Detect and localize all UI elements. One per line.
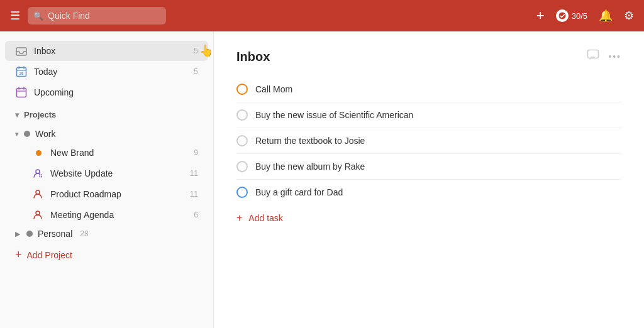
sidebar-item-inbox[interactable]: Inbox 5 👆 — [5, 41, 208, 61]
comment-icon[interactable] — [587, 49, 599, 64]
task-text: Return the textbook to Josie — [255, 136, 365, 146]
meeting-agenda-label: Meeting Agenda — [50, 210, 187, 220]
inbox-label: Inbox — [34, 46, 187, 56]
task-circle-priority[interactable] — [236, 187, 248, 198]
add-task-icon: + — [236, 212, 242, 224]
add-task-label: Add task — [248, 213, 282, 223]
karma-badge[interactable]: 30/5 — [556, 9, 587, 22]
work-chevron-icon: ▾ — [15, 130, 19, 138]
task-circle[interactable] — [236, 109, 248, 121]
topbar-left: ☰ 🔍 — [10, 7, 166, 25]
personal-label: Personal — [38, 229, 72, 239]
website-update-count: 11 — [190, 169, 198, 178]
sidebar-item-today[interactable]: 28 Today 5 — [5, 62, 208, 82]
sidebar-item-meeting-agenda[interactable]: Meeting Agenda 6 — [5, 205, 208, 225]
notification-icon[interactable]: 🔔 — [599, 9, 613, 23]
new-brand-count: 9 — [194, 148, 198, 157]
upcoming-icon — [15, 86, 28, 99]
website-update-label: Website Update — [50, 168, 184, 178]
projects-header[interactable]: ▾ Projects — [5, 105, 208, 124]
task-item[interactable]: Buy the new album by Rake — [236, 154, 621, 180]
meeting-agenda-count: 6 — [194, 210, 198, 219]
content-area: Inbox ••• Call Mom Buy the new — [214, 31, 644, 328]
add-task-button[interactable]: + Add task — [236, 206, 621, 230]
settings-icon[interactable]: ⚙ — [624, 9, 634, 23]
sidebar-item-new-brand[interactable]: New Brand 9 — [5, 143, 208, 163]
meeting-agenda-icon — [31, 209, 44, 221]
work-dot-icon — [24, 131, 30, 137]
personal-count: 28 — [80, 229, 88, 238]
product-roadmap-label: Product Roadmap — [50, 189, 184, 199]
svg-text:28: 28 — [19, 72, 24, 75]
add-project-button[interactable]: + Add Project — [5, 244, 208, 265]
task-item[interactable]: Return the textbook to Josie — [236, 128, 621, 154]
task-item[interactable]: Buy the new issue of Scientific American — [236, 102, 621, 128]
task-text: Call Mom — [255, 84, 292, 94]
task-text: Buy a gift card for Dad — [255, 187, 343, 197]
hamburger-icon[interactable]: ☰ — [10, 9, 20, 23]
inbox-count: 5 — [194, 46, 198, 55]
karma-label: 30/5 — [572, 11, 587, 21]
task-circle[interactable] — [236, 135, 248, 146]
today-label: Today — [34, 67, 187, 77]
sidebar: Inbox 5 👆 28 Today 5 — [0, 31, 214, 328]
cursor-hand: 👆 — [199, 44, 213, 58]
svg-point-16 — [36, 211, 40, 215]
task-list: Call Mom Buy the new issue of Scientific… — [236, 77, 621, 205]
new-brand-icon — [31, 146, 44, 159]
task-item[interactable]: Call Mom — [236, 77, 621, 102]
content-actions: ••• — [587, 49, 621, 64]
task-text: Buy the new album by Rake — [255, 161, 365, 172]
add-task-icon[interactable]: + — [536, 8, 545, 24]
topbar: ☰ 🔍 + 30/5 🔔 ⚙ — [0, 0, 644, 31]
search-wrap: 🔍 — [28, 7, 166, 25]
karma-check-icon — [556, 9, 569, 22]
personal-group-header[interactable]: ▶ Personal 28 — [5, 226, 208, 242]
svg-point-11 — [36, 170, 40, 173]
work-group-header[interactable]: ▾ Work — [5, 126, 208, 142]
sidebar-item-product-roadmap[interactable]: Product Roadmap 11 — [5, 184, 208, 204]
projects-label: Projects — [24, 110, 56, 119]
sidebar-item-upcoming[interactable]: Upcoming — [5, 82, 208, 102]
work-label: Work — [35, 129, 55, 139]
projects-chevron-icon: ▾ — [15, 111, 19, 119]
inbox-icon — [15, 45, 28, 57]
upcoming-label: Upcoming — [34, 87, 198, 97]
page-title: Inbox — [236, 50, 587, 64]
main-layout: Inbox 5 👆 28 Today 5 — [0, 31, 644, 328]
more-options-icon[interactable]: ••• — [608, 52, 621, 62]
product-roadmap-icon — [31, 188, 44, 200]
svg-rect-7 — [17, 89, 26, 97]
task-item[interactable]: Buy a gift card for Dad — [236, 180, 621, 205]
topbar-right: + 30/5 🔔 ⚙ — [536, 8, 634, 24]
svg-point-15 — [36, 190, 40, 194]
sidebar-item-website-update[interactable]: Website Update 11 — [5, 163, 208, 183]
content-header: Inbox ••• — [236, 49, 621, 64]
website-update-icon — [31, 167, 44, 180]
task-circle-orange[interactable] — [236, 84, 248, 95]
today-icon: 28 — [15, 65, 28, 78]
task-text: Buy the new issue of Scientific American — [255, 110, 413, 120]
personal-chevron-icon: ▶ — [15, 230, 20, 238]
product-roadmap-count: 11 — [190, 190, 198, 199]
personal-dot-icon — [26, 231, 33, 237]
task-circle[interactable] — [236, 161, 248, 172]
search-input[interactable] — [28, 7, 166, 25]
add-project-icon: + — [15, 248, 22, 261]
today-count: 5 — [194, 67, 198, 76]
new-brand-label: New Brand — [50, 148, 187, 158]
add-project-label: Add Project — [27, 250, 72, 260]
